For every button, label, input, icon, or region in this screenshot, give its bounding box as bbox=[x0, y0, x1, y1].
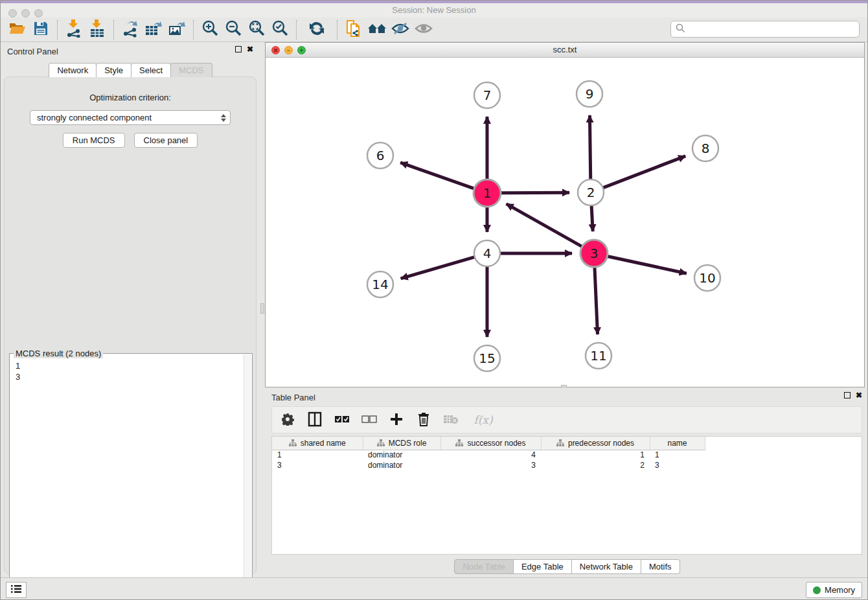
import-table-button[interactable] bbox=[86, 19, 109, 41]
hide-panels-button[interactable] bbox=[389, 19, 412, 41]
run-mcds-button[interactable]: Run MCDS bbox=[63, 133, 125, 148]
column-header-MCDS-role[interactable]: MCDS role bbox=[363, 437, 440, 450]
control-panel-title: Control Panel bbox=[1, 42, 260, 56]
table-row[interactable]: 3dominator323 bbox=[272, 460, 715, 470]
panel-divider[interactable] bbox=[260, 42, 265, 577]
search-box[interactable] bbox=[670, 21, 860, 38]
cell-successor-nodes[interactable]: 4 bbox=[440, 450, 541, 460]
tab-network-table[interactable]: Network Table bbox=[571, 559, 641, 574]
column-header-shared-name[interactable]: shared name bbox=[272, 437, 363, 450]
edge-1-6[interactable] bbox=[400, 163, 474, 189]
cell-MCDS-role[interactable]: dominator bbox=[363, 460, 440, 470]
zoom-window-button[interactable] bbox=[34, 9, 43, 17]
home-view-button[interactable] bbox=[365, 19, 389, 41]
column-label: predecessor nodes bbox=[568, 439, 634, 448]
float-panel-icon[interactable] bbox=[844, 392, 851, 398]
toolbar-separator bbox=[57, 20, 58, 40]
column-label: name bbox=[667, 439, 687, 448]
save-icon bbox=[33, 21, 49, 38]
tab-select[interactable]: Select bbox=[131, 63, 171, 77]
divider-grab-handle[interactable] bbox=[260, 303, 264, 314]
edge-3-11[interactable] bbox=[595, 267, 598, 334]
memory-button[interactable]: Memory bbox=[806, 582, 862, 598]
column-header-predecessor-nodes[interactable]: predecessor nodes bbox=[541, 437, 650, 450]
function-builder-button[interactable]: f(x) bbox=[469, 410, 497, 430]
edge-3-10[interactable] bbox=[608, 256, 687, 273]
network-snapshot-button[interactable] bbox=[342, 19, 365, 41]
import-network-button[interactable] bbox=[62, 19, 86, 41]
float-panel-icon[interactable] bbox=[235, 46, 242, 52]
export-table-button[interactable] bbox=[142, 19, 165, 41]
column-chooser-button[interactable] bbox=[306, 410, 324, 430]
cell-name[interactable]: 1 bbox=[650, 450, 705, 460]
open-session-button[interactable] bbox=[6, 19, 29, 41]
select-all-button[interactable] bbox=[333, 410, 351, 430]
edge-1-2[interactable] bbox=[501, 192, 569, 193]
close-panel-icon[interactable]: ✖ bbox=[247, 46, 253, 52]
zoom-out-button[interactable] bbox=[222, 19, 245, 41]
cell-shared-name[interactable]: 1 bbox=[272, 450, 363, 460]
edge-2-3[interactable] bbox=[591, 205, 593, 231]
mcds-result-scrollbar[interactable] bbox=[244, 354, 251, 597]
control-panel-header: Control Panel ✖ bbox=[1, 42, 260, 59]
deselect-all-button[interactable] bbox=[360, 410, 378, 430]
cell-name[interactable]: 3 bbox=[650, 460, 705, 470]
node-label-1: 1 bbox=[483, 185, 492, 201]
cell-MCDS-role[interactable]: dominator bbox=[363, 450, 440, 460]
close-panel-icon[interactable]: ✖ bbox=[856, 392, 862, 398]
open-folder-icon bbox=[8, 21, 27, 38]
criterion-dropdown[interactable]: strongly connected component bbox=[30, 110, 231, 125]
column-header-name[interactable]: name bbox=[650, 437, 705, 450]
search-input[interactable] bbox=[689, 25, 859, 34]
edge-2-9[interactable] bbox=[589, 115, 590, 179]
node-table[interactable]: shared nameMCDS rolesuccessor nodesprede… bbox=[271, 436, 862, 555]
network-minimize-button[interactable]: − bbox=[284, 46, 293, 54]
cell-predecessor-nodes[interactable]: 2 bbox=[541, 460, 650, 470]
network-maximize-button[interactable]: + bbox=[297, 46, 306, 54]
add-column-button[interactable] bbox=[387, 410, 405, 430]
tab-motifs[interactable]: Motifs bbox=[641, 559, 680, 574]
edge-4-14[interactable] bbox=[401, 257, 475, 279]
delete-table-button[interactable] bbox=[442, 410, 460, 430]
network-close-button[interactable]: ✕ bbox=[271, 46, 280, 54]
edge-2-8[interactable] bbox=[603, 156, 686, 188]
refresh-view-button[interactable] bbox=[305, 19, 328, 41]
network-window-titlebar[interactable]: ✕ − + scc.txt bbox=[266, 43, 864, 58]
copy-share-icon bbox=[345, 19, 363, 40]
cell-predecessor-nodes[interactable]: 1 bbox=[541, 450, 650, 460]
task-history-button[interactable] bbox=[6, 582, 27, 598]
memory-label: Memory bbox=[825, 585, 855, 595]
network-canvas[interactable]: 7968124314101511 bbox=[266, 58, 864, 387]
column-header-successor-nodes[interactable]: successor nodes bbox=[440, 437, 541, 450]
minimize-window-button[interactable] bbox=[21, 9, 30, 17]
tree-sort-icon bbox=[377, 439, 385, 446]
cell-successor-nodes[interactable]: 3 bbox=[440, 460, 541, 470]
import-network-icon bbox=[65, 19, 82, 40]
table-panel: Table Panel ✖ bbox=[265, 388, 868, 577]
show-panels-button[interactable] bbox=[412, 19, 435, 41]
toolbar-separator bbox=[337, 20, 337, 40]
zoom-fit-button[interactable] bbox=[245, 19, 268, 41]
save-session-button[interactable] bbox=[29, 19, 52, 41]
close-window-button[interactable] bbox=[8, 9, 17, 17]
close-panel-button[interactable]: Close panel bbox=[134, 133, 198, 148]
tab-mcds[interactable]: MCDS bbox=[170, 63, 212, 77]
export-image-button[interactable] bbox=[165, 19, 188, 41]
delete-column-button[interactable] bbox=[415, 410, 433, 430]
table-settings-button[interactable] bbox=[279, 410, 297, 430]
tab-style[interactable]: Style bbox=[96, 63, 131, 77]
export-network-button[interactable] bbox=[119, 19, 142, 41]
table-row[interactable]: 1dominator411 bbox=[272, 450, 715, 460]
cell-shared-name[interactable]: 3 bbox=[272, 460, 363, 470]
zoom-in-button[interactable] bbox=[198, 19, 222, 41]
node-label-6: 6 bbox=[376, 148, 385, 163]
tab-network[interactable]: Network bbox=[49, 63, 97, 77]
criterion-value: strongly connected component bbox=[37, 113, 152, 122]
node-label-10: 10 bbox=[699, 270, 715, 286]
tab-edge-table[interactable]: Edge Table bbox=[513, 559, 572, 574]
edge-3-1[interactable] bbox=[507, 204, 582, 247]
zoom-selected-button[interactable] bbox=[268, 19, 291, 41]
tab-node-table[interactable]: Node Table bbox=[454, 559, 514, 574]
mcds-result-box: MCDS result (2 nodes) 1 3 bbox=[9, 353, 253, 598]
network-window-title: scc.txt bbox=[266, 43, 864, 57]
